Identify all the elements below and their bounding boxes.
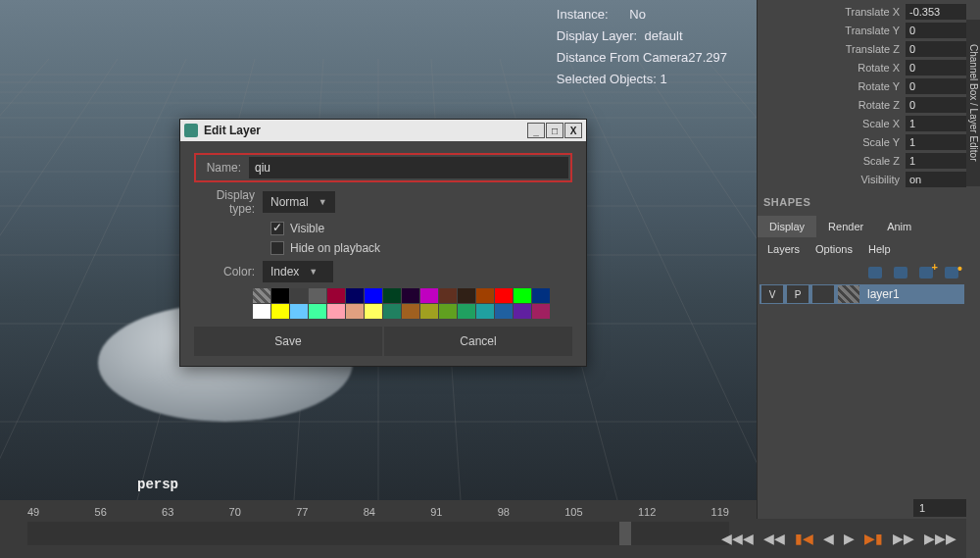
camera-label: persp bbox=[137, 477, 178, 492]
hide-on-playback-label: Hide on playback bbox=[290, 241, 380, 255]
color-swatch[interactable] bbox=[458, 304, 475, 319]
hide-on-playback-checkbox[interactable] bbox=[270, 241, 284, 255]
color-swatch[interactable] bbox=[327, 304, 345, 319]
channel-box-tab[interactable]: Channel Box / Layer Editor bbox=[966, 20, 980, 186]
time-slider[interactable]: 4956637077849198105112119 bbox=[0, 500, 757, 558]
menu-options[interactable]: Options bbox=[815, 243, 853, 255]
color-swatch[interactable] bbox=[271, 304, 289, 319]
go-to-start-button[interactable]: ◀◀◀ bbox=[721, 531, 754, 546]
color-swatch[interactable] bbox=[253, 304, 270, 319]
channel-row: Translate X-0.353 bbox=[758, 2, 966, 21]
save-button[interactable]: Save bbox=[194, 327, 382, 356]
color-swatch[interactable] bbox=[290, 288, 308, 303]
color-swatch[interactable] bbox=[458, 288, 475, 303]
step-back-button[interactable]: ▮◀ bbox=[795, 531, 813, 546]
channel-value[interactable]: 0 bbox=[906, 60, 966, 76]
color-swatch[interactable] bbox=[532, 304, 550, 319]
color-swatch[interactable] bbox=[514, 288, 531, 303]
color-swatch[interactable] bbox=[253, 288, 270, 303]
channel-label: Rotate Y bbox=[758, 80, 906, 92]
visible-checkbox[interactable] bbox=[270, 222, 284, 235]
tab-anim[interactable]: Anim bbox=[875, 216, 923, 237]
step-forward-button[interactable]: ▶▮ bbox=[864, 531, 883, 546]
layer-name[interactable]: layer1 bbox=[861, 287, 900, 301]
visible-label: Visible bbox=[290, 222, 324, 235]
play-backward-button[interactable]: ◀ bbox=[823, 531, 834, 546]
layer-playback-toggle[interactable]: P bbox=[787, 285, 808, 303]
chevron-down-icon: ▼ bbox=[309, 267, 318, 277]
channel-label: Scale X bbox=[758, 118, 906, 129]
channel-value[interactable]: on bbox=[906, 172, 966, 187]
color-swatch[interactable] bbox=[365, 288, 382, 303]
play-forward-button[interactable]: ▶ bbox=[844, 531, 855, 546]
color-swatch[interactable] bbox=[420, 288, 438, 303]
channel-row: Rotate Z0 bbox=[758, 95, 966, 114]
layer-display-type-toggle[interactable] bbox=[812, 285, 834, 303]
close-button[interactable]: X bbox=[564, 123, 582, 138]
color-swatch[interactable] bbox=[290, 304, 308, 319]
go-to-end-button[interactable]: ▶▶▶ bbox=[924, 531, 956, 546]
current-frame-field[interactable]: 1 bbox=[913, 499, 966, 517]
channel-value[interactable]: 0 bbox=[906, 97, 966, 113]
minimize-button[interactable]: _ bbox=[527, 123, 545, 138]
channel-label: Translate Z bbox=[758, 43, 906, 55]
layer-move-down-icon[interactable] bbox=[892, 265, 909, 280]
menu-help[interactable]: Help bbox=[868, 243, 891, 255]
layer-move-up-icon[interactable] bbox=[866, 265, 884, 280]
color-swatch[interactable] bbox=[476, 288, 494, 303]
chevron-down-icon: ▼ bbox=[318, 197, 327, 207]
layer-toolbar bbox=[758, 261, 966, 284]
dialog-titlebar[interactable]: Edit Layer _ □ X bbox=[180, 120, 586, 141]
channel-row: Scale Z1 bbox=[758, 151, 966, 170]
channel-row: Translate Z0 bbox=[758, 39, 966, 58]
layer-add-selected-icon[interactable] bbox=[917, 265, 935, 280]
color-dropdown[interactable]: Index▼ bbox=[263, 261, 333, 282]
color-swatch[interactable] bbox=[439, 304, 457, 319]
channel-value[interactable]: 1 bbox=[906, 116, 966, 131]
color-swatch[interactable] bbox=[476, 304, 494, 319]
tab-render[interactable]: Render bbox=[816, 216, 875, 237]
color-swatch[interactable] bbox=[383, 304, 401, 319]
name-input[interactable] bbox=[249, 157, 568, 178]
color-swatch[interactable] bbox=[346, 288, 364, 303]
step-back-key-button[interactable]: ◀◀ bbox=[763, 531, 785, 546]
current-time-marker[interactable] bbox=[619, 522, 631, 545]
color-swatch[interactable] bbox=[402, 304, 419, 319]
name-label: Name: bbox=[198, 161, 249, 175]
layer-color-swatch[interactable] bbox=[838, 285, 859, 303]
channel-value[interactable]: -0.353 bbox=[906, 4, 966, 20]
color-swatch[interactable] bbox=[271, 288, 289, 303]
color-swatch[interactable] bbox=[327, 288, 345, 303]
color-swatch[interactable] bbox=[346, 304, 364, 319]
menu-layers[interactable]: Layers bbox=[767, 243, 800, 255]
step-forward-key-button[interactable]: ▶▶ bbox=[893, 531, 914, 546]
layer-visibility-toggle[interactable]: V bbox=[761, 285, 783, 303]
channel-value[interactable]: 0 bbox=[906, 78, 966, 94]
channel-value[interactable]: 0 bbox=[906, 23, 966, 38]
maximize-button[interactable]: □ bbox=[546, 123, 564, 138]
color-swatch[interactable] bbox=[420, 304, 438, 319]
color-swatch[interactable] bbox=[309, 288, 326, 303]
display-type-dropdown[interactable]: Normal▼ bbox=[263, 191, 335, 213]
shapes-header: SHAPES bbox=[758, 190, 966, 210]
channel-value[interactable]: 0 bbox=[906, 41, 966, 57]
tab-display[interactable]: Display bbox=[758, 216, 816, 237]
cancel-button[interactable]: Cancel bbox=[384, 327, 572, 356]
color-swatch[interactable] bbox=[532, 288, 550, 303]
color-swatch[interactable] bbox=[309, 304, 326, 319]
color-swatch[interactable] bbox=[439, 288, 457, 303]
color-swatch[interactable] bbox=[365, 304, 382, 319]
channel-value[interactable]: 1 bbox=[906, 134, 966, 150]
time-bar[interactable] bbox=[27, 522, 729, 545]
time-tick: 49 bbox=[27, 506, 39, 518]
color-swatch[interactable] bbox=[495, 304, 513, 319]
layer-row[interactable]: V P layer1 bbox=[760, 284, 964, 304]
layer-add-empty-icon[interactable] bbox=[943, 265, 960, 280]
color-swatch[interactable] bbox=[402, 288, 419, 303]
color-swatch[interactable] bbox=[383, 288, 401, 303]
color-swatch[interactable] bbox=[495, 288, 513, 303]
channel-row: Visibilityon bbox=[758, 170, 966, 188]
color-swatch[interactable] bbox=[514, 304, 531, 319]
channel-value[interactable]: 1 bbox=[906, 153, 966, 169]
channel-label: Scale Z bbox=[758, 155, 906, 167]
